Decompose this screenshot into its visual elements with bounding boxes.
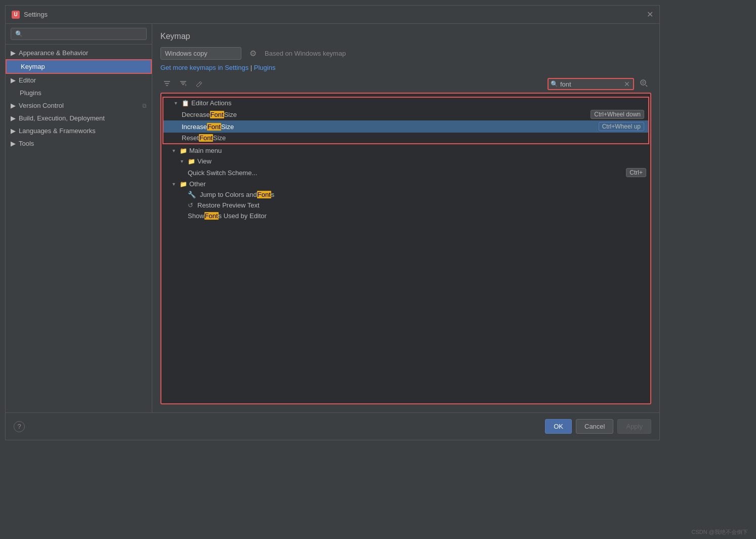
sidebar-item-tools[interactable]: ▶ Tools bbox=[6, 137, 152, 150]
sidebar-item-label: Tools bbox=[19, 140, 34, 147]
arrow-icon: ▶ bbox=[11, 76, 16, 84]
edit-shortcut-button[interactable] bbox=[193, 78, 206, 90]
tree-item-label: Other bbox=[189, 180, 206, 188]
tree-item-label: View bbox=[197, 157, 212, 165]
ok-button[interactable]: OK bbox=[545, 419, 572, 434]
tree-item-editor-actions[interactable]: ▼ 📋 Editor Actions bbox=[163, 98, 648, 108]
sidebar-item-label: Version Control bbox=[19, 102, 64, 109]
sidebar-item-label: Keymap bbox=[21, 63, 45, 70]
get-more-keymaps-link[interactable]: Get more keymaps in Settings bbox=[160, 64, 248, 71]
tree-item-main-menu[interactable]: ▼ 📁 Main menu bbox=[161, 145, 650, 156]
tree-item-label: Jump to Colors and Fonts bbox=[200, 191, 274, 198]
tree-item-left: ▼ 📁 Main menu bbox=[172, 147, 222, 154]
tree-item-label: Decrease Font Size bbox=[182, 111, 237, 118]
gear-button[interactable]: ⚙ bbox=[246, 48, 260, 59]
sidebar-item-label: Languages & Frameworks bbox=[19, 127, 96, 135]
copy-icon: ⧉ bbox=[142, 102, 147, 109]
tree-item-label: Increase Font Size bbox=[182, 123, 234, 131]
sidebar-item-label: Editor bbox=[19, 76, 36, 84]
sidebar-search-area bbox=[6, 24, 152, 45]
category-icon: 📋 bbox=[182, 100, 189, 107]
tree-item-view[interactable]: ▼ 📁 View bbox=[161, 156, 650, 167]
sidebar-item-editor[interactable]: ▶ Editor bbox=[6, 74, 152, 87]
tree-item-label: Main menu bbox=[189, 147, 222, 154]
close-button[interactable]: ✕ bbox=[647, 10, 653, 19]
svg-line-9 bbox=[646, 85, 647, 87]
keymap-toolbar: 🔍 ✕ bbox=[160, 77, 651, 91]
tree-item-label: Show Fonts Used by Editor bbox=[188, 212, 267, 220]
arrow-icon: ▶ bbox=[11, 140, 16, 147]
sidebar-item-label: Appearance & Behavior bbox=[19, 49, 88, 57]
shortcut-badge: Ctrl+ bbox=[626, 168, 646, 177]
collapse-arrow: ▼ bbox=[180, 159, 186, 164]
keymap-selector-row: Windows copy Default Mac OS X Eclipse Ne… bbox=[160, 47, 651, 60]
sidebar-item-appearance[interactable]: ▶ Appearance & Behavior bbox=[6, 47, 152, 59]
shortcut-badge: Ctrl+Wheel down bbox=[591, 110, 644, 119]
bottom-left: ? bbox=[14, 421, 25, 432]
folder-icon: 📁 bbox=[180, 181, 187, 188]
tree-item-left: ▼ 📁 Other bbox=[172, 180, 206, 188]
bottom-bar: ? OK Cancel Apply bbox=[6, 412, 659, 440]
filter2-button[interactable] bbox=[177, 78, 190, 90]
tree-item-increase-font[interactable]: Increase Font Size Ctrl+Wheel up bbox=[163, 120, 648, 133]
folder-icon: 📁 bbox=[188, 158, 195, 165]
sidebar-search-input[interactable] bbox=[11, 28, 147, 40]
arrow-icon: ▶ bbox=[11, 114, 16, 122]
app-icon: U bbox=[12, 11, 20, 19]
help-button[interactable]: ? bbox=[14, 421, 25, 432]
sidebar-item-build[interactable]: ▶ Build, Execution, Deployment bbox=[6, 112, 152, 125]
restore-icon: ↺ bbox=[188, 201, 193, 209]
search-box: 🔍 ✕ bbox=[548, 78, 634, 90]
toolbar-left bbox=[160, 78, 206, 90]
tree-item-restore-preview[interactable]: ↺ Restore Preview Text bbox=[161, 200, 650, 211]
sidebar-item-plugins[interactable]: Plugins bbox=[6, 87, 152, 99]
bottom-right: OK Cancel Apply bbox=[545, 419, 651, 434]
sidebar-item-label: Plugins bbox=[20, 89, 41, 97]
title-bar: U Settings ✕ bbox=[6, 6, 659, 24]
main-content: Keymap Windows copy Default Mac OS X Ecl… bbox=[152, 24, 659, 412]
search-icon: 🔍 bbox=[551, 80, 558, 88]
svg-point-7 bbox=[641, 80, 646, 85]
tree-item-jump-colors[interactable]: 🔧 Jump to Colors and Fonts bbox=[161, 189, 650, 200]
tree-item-left: Decrease Font Size bbox=[182, 111, 237, 118]
tree-item-label: Editor Actions bbox=[191, 99, 232, 107]
filter-button[interactable] bbox=[160, 78, 174, 90]
tree-item-quick-switch[interactable]: Quick Switch Scheme... Ctrl+ bbox=[161, 167, 650, 179]
tree-item-left: ▼ 📁 View bbox=[180, 157, 212, 165]
settings-dialog: U Settings ✕ ▶ Appearance & Behavior Key… bbox=[5, 5, 660, 440]
get-more-link-row: Get more keymaps in Settings | Plugins bbox=[160, 64, 651, 71]
tree-item-label: Restore Preview Text bbox=[197, 201, 260, 209]
toolbar-right: 🔍 ✕ bbox=[548, 77, 651, 91]
tree-item-label: Reset Font Size bbox=[182, 134, 226, 142]
search-clear-button[interactable]: ✕ bbox=[623, 80, 631, 88]
tree-item-show-fonts[interactable]: Show Fonts Used by Editor bbox=[161, 211, 650, 221]
pencil-icon bbox=[195, 79, 203, 88]
apply-button[interactable]: Apply bbox=[617, 419, 651, 434]
arrow-icon: ▶ bbox=[11, 102, 16, 109]
cancel-button[interactable]: Cancel bbox=[576, 419, 613, 434]
sidebar-item-languages[interactable]: ▶ Languages & Frameworks bbox=[6, 125, 152, 137]
shortcut-badge: Ctrl+Wheel up bbox=[599, 122, 644, 131]
filter-icon bbox=[163, 79, 171, 88]
find-by-shortcut-button[interactable] bbox=[636, 77, 651, 91]
keymap-select-wrapper: Windows copy Default Mac OS X Eclipse Ne… bbox=[160, 47, 241, 60]
tree-item-decrease-font[interactable]: Decrease Font Size Ctrl+Wheel down bbox=[163, 108, 648, 120]
tree-item-other[interactable]: ▼ 📁 Other bbox=[161, 179, 650, 189]
tree-item-left: ↺ Restore Preview Text bbox=[188, 201, 260, 209]
arrow-icon: ▶ bbox=[11, 127, 16, 135]
sidebar: ▶ Appearance & Behavior Keymap ▶ Editor … bbox=[6, 24, 152, 412]
tree-item-left: Reset Font Size bbox=[182, 134, 226, 142]
sidebar-item-version-control[interactable]: ▶ Version Control ⧉ bbox=[6, 99, 152, 112]
watermark: CSDN @我绝不会倒下 bbox=[692, 528, 748, 536]
sidebar-item-keymap[interactable]: Keymap bbox=[6, 59, 152, 74]
page-title: Keymap bbox=[160, 32, 651, 41]
svg-point-8 bbox=[642, 81, 644, 84]
keymap-search-input[interactable] bbox=[560, 80, 621, 88]
keymap-select[interactable]: Windows copy Default Mac OS X Eclipse Ne… bbox=[160, 47, 241, 60]
svg-line-6 bbox=[199, 82, 201, 84]
find-shortcut-icon bbox=[639, 78, 648, 88]
plugins-link[interactable]: Plugins bbox=[254, 64, 276, 71]
collapse-arrow: ▼ bbox=[174, 101, 180, 106]
tree-item-reset-font[interactable]: Reset Font Size bbox=[163, 133, 648, 143]
sidebar-item-label: Build, Execution, Deployment bbox=[19, 114, 105, 122]
